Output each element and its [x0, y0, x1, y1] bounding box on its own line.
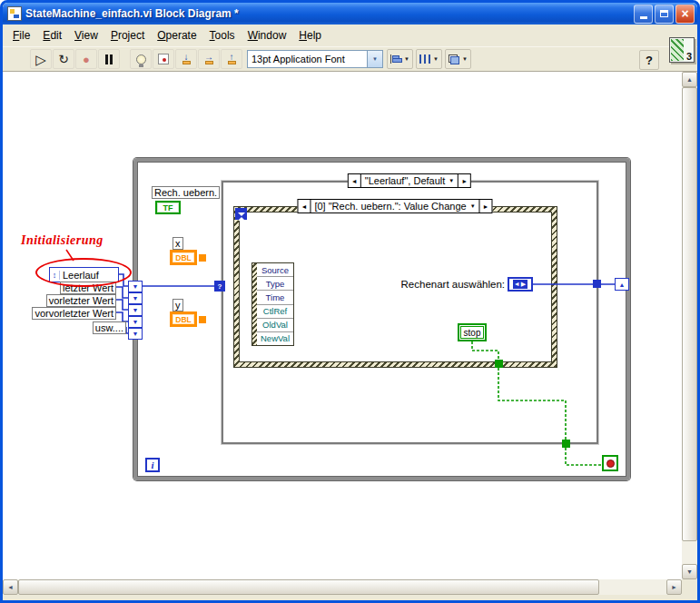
scroll-left-button[interactable]: ◄ [3, 579, 18, 595]
event-data-item[interactable]: NewVal [257, 332, 293, 345]
pause-icon [105, 54, 113, 64]
font-selector[interactable]: 13pt Application Font ▼ [247, 50, 383, 68]
vi-icon[interactable]: 3 [669, 37, 695, 63]
event-dropdown-icon[interactable]: ▼ [470, 203, 476, 209]
lightbulb-icon [136, 54, 146, 64]
ring-control-label[interactable]: Rechenart auswählen: [399, 279, 505, 290]
shift-register-left-2[interactable]: ▼ [128, 292, 143, 304]
scroll-down-button[interactable]: ▼ [682, 564, 697, 579]
case-output-tunnel[interactable] [593, 280, 601, 288]
menu-view[interactable]: View [68, 26, 104, 44]
menu-edit[interactable]: Edit [36, 26, 68, 44]
case-selector-terminal[interactable]: ? [214, 281, 225, 292]
free-label-usw[interactable]: usw.... [93, 321, 126, 334]
step-over-button[interactable]: → [198, 49, 220, 69]
free-label-vorletzter-wert[interactable]: vorletzter Wert [46, 294, 116, 307]
run-button[interactable]: ▷ [30, 49, 52, 69]
menu-operate[interactable]: Operate [151, 26, 202, 44]
stop-button-terminal[interactable]: stop [458, 323, 487, 341]
maximize-icon [660, 10, 668, 17]
window-title: StateMachine_einfach.vi Block Diagram * [25, 7, 632, 20]
case-prev-arrow[interactable]: ◄ [349, 174, 361, 187]
scrollbar-corner [682, 579, 697, 595]
distribute-objects-button[interactable]: ▼ [416, 49, 442, 69]
vi-icon-pattern [671, 39, 684, 61]
minimize-button[interactable] [634, 5, 653, 24]
hourglass-icon [238, 213, 245, 216]
font-selector-value: 13pt Application Font [248, 51, 367, 67]
menu-window[interactable]: Window [242, 26, 293, 44]
case-tunnel[interactable] [562, 440, 570, 448]
ring-icon: ◄▶ [513, 280, 527, 289]
abort-button[interactable]: ● [75, 49, 97, 69]
horizontal-scroll-thumb[interactable] [18, 579, 599, 595]
content-area: ◄ "Leerlauf", Default▼ ► ◄ [0] "Rech. ue… [3, 72, 697, 600]
reorder-objects-icon [449, 54, 459, 64]
distribute-dropdown-arrow: ▼ [433, 56, 439, 62]
event-data-item[interactable]: OldVal [257, 319, 293, 332]
reorder-objects-button[interactable]: ▼ [445, 49, 471, 69]
shift-register-left-5[interactable]: ▼ [128, 328, 143, 340]
shift-register-left-4[interactable]: ▼ [128, 316, 143, 328]
horizontal-scrollbar[interactable]: ◄ ► [3, 579, 682, 595]
free-label-vorvorletzter-wert[interactable]: vorvorletzter Wert [32, 307, 116, 320]
step-out-button[interactable]: ↑ [221, 49, 242, 69]
vi-icon-number: 3 [686, 51, 692, 62]
block-diagram-canvas[interactable]: ◄ "Leerlauf", Default▼ ► ◄ [0] "Rech. ue… [3, 72, 682, 579]
rech-uebern-terminal[interactable]: TF [155, 201, 181, 214]
stop-wire-2 [498, 368, 566, 440]
x-terminal[interactable]: DBL [170, 250, 197, 265]
shift-register-left-3[interactable]: ▼ [128, 304, 143, 316]
pause-button[interactable] [98, 49, 120, 69]
align-objects-button[interactable]: ▼ [387, 49, 413, 69]
y-label[interactable]: y [173, 299, 183, 311]
highlight-execution-button[interactable] [130, 49, 152, 69]
menu-help[interactable]: Help [292, 26, 328, 44]
ring-control-terminal[interactable]: ◄▶ [508, 277, 533, 292]
close-button[interactable]: × [675, 5, 695, 24]
app-icon [7, 6, 22, 21]
event-data-item[interactable]: CtlRef [257, 305, 293, 319]
toolbar: ▷ ↻ ● ↓ → ↑ 13pt Application Font ▼ ▼ ▼ … [3, 46, 697, 72]
menu-file[interactable]: File [6, 26, 36, 44]
scroll-right-button[interactable]: ► [666, 579, 682, 595]
event-data-item[interactable]: Type [257, 277, 293, 291]
y-terminal[interactable]: DBL [170, 311, 197, 327]
case-selector-text: "Leerlauf", Default [365, 175, 446, 186]
context-help-button[interactable]: ? [639, 50, 659, 70]
x-label[interactable]: x [173, 237, 183, 250]
annotation-text[interactable]: Initialisierung [21, 233, 104, 248]
stop-button-label: stop [460, 326, 484, 339]
font-selector-dropdown[interactable]: ▼ [367, 51, 382, 67]
event-timeout-terminal[interactable] [235, 208, 247, 220]
retain-wire-values-button[interactable] [153, 49, 174, 69]
rech-uebern-label[interactable]: Rech. uebern. [152, 186, 220, 199]
shift-register-left-1[interactable]: ▼ [128, 281, 143, 292]
shift-register-right[interactable]: ▲ [615, 278, 629, 291]
vertical-scroll-thumb[interactable] [682, 87, 697, 541]
event-data-item[interactable]: Source [257, 263, 293, 277]
event-data-node[interactable]: Source Type Time CtlRef OldVal NewVal [251, 262, 294, 346]
loop-condition-terminal[interactable] [602, 455, 618, 471]
case-dropdown-icon[interactable]: ▼ [449, 178, 454, 183]
labview-window: StateMachine_einfach.vi Block Diagram * … [0, 0, 700, 603]
event-selector-text: [0] "Rech. uebern.": Value Change [314, 201, 466, 212]
titlebar[interactable]: StateMachine_einfach.vi Block Diagram * … [3, 3, 697, 25]
run-continuous-button[interactable]: ↻ [53, 49, 74, 69]
event-next-arrow[interactable]: ► [479, 200, 492, 213]
maximize-button[interactable] [655, 5, 674, 24]
case-selector-label[interactable]: ◄ "Leerlauf", Default▼ ► [348, 173, 471, 188]
event-selector-label[interactable]: ◄ [0] "Rech. uebern.": Value Change▼ ► [297, 199, 492, 213]
vertical-scrollbar[interactable]: ▲ ▼ [682, 72, 697, 579]
iteration-terminal[interactable]: i [145, 458, 160, 472]
event-data-item[interactable]: Time [257, 291, 293, 304]
scroll-up-button[interactable]: ▲ [682, 72, 697, 87]
case-next-arrow[interactable]: ► [458, 174, 470, 187]
event-tunnel[interactable] [495, 360, 503, 368]
menu-tools[interactable]: Tools [203, 26, 242, 44]
minimize-icon [640, 16, 647, 19]
menu-project[interactable]: Project [104, 26, 151, 44]
event-prev-arrow[interactable]: ◄ [298, 200, 311, 213]
retain-wire-values-icon [158, 54, 169, 64]
step-into-button[interactable]: ↓ [175, 49, 197, 69]
